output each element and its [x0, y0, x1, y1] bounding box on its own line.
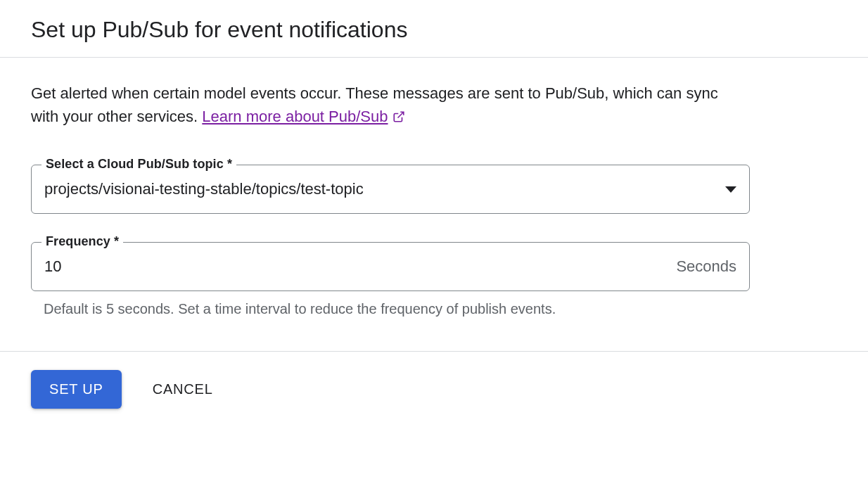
dialog-title: Set up Pub/Sub for event notifications	[31, 17, 837, 43]
dialog-header: Set up Pub/Sub for event notifications	[0, 0, 868, 57]
frequency-helper: Default is 5 seconds. Set a time interva…	[31, 301, 750, 317]
dialog-body: Get alerted when certain model events oc…	[0, 58, 868, 351]
dialog-description: Get alerted when certain model events oc…	[31, 82, 720, 128]
learn-more-link[interactable]: Learn more about Pub/Sub	[202, 105, 404, 128]
open-in-new-icon	[392, 110, 405, 123]
frequency-suffix: Seconds	[676, 257, 736, 276]
frequency-label: Frequency *	[42, 234, 123, 249]
frequency-input[interactable]	[44, 257, 668, 276]
cancel-button[interactable]: Cancel	[144, 370, 222, 409]
dropdown-arrow-icon	[725, 186, 736, 193]
frequency-input-wrapper: Frequency * Seconds	[31, 242, 750, 291]
frequency-field: Frequency * Seconds Default is 5 seconds…	[31, 242, 750, 317]
topic-label: Select a Cloud Pub/Sub topic *	[42, 157, 236, 172]
dialog-footer: Set up Cancel	[0, 351, 868, 426]
learn-more-text: Learn more about Pub/Sub	[202, 105, 388, 128]
pubsub-setup-dialog: Set up Pub/Sub for event notifications G…	[0, 0, 868, 426]
set-up-button[interactable]: Set up	[31, 370, 122, 409]
topic-value: projects/visionai-testing-stable/topics/…	[44, 180, 717, 198]
svg-line-0	[397, 112, 403, 117]
topic-field: Select a Cloud Pub/Sub topic * projects/…	[31, 165, 750, 214]
topic-select[interactable]: Select a Cloud Pub/Sub topic * projects/…	[31, 165, 750, 214]
